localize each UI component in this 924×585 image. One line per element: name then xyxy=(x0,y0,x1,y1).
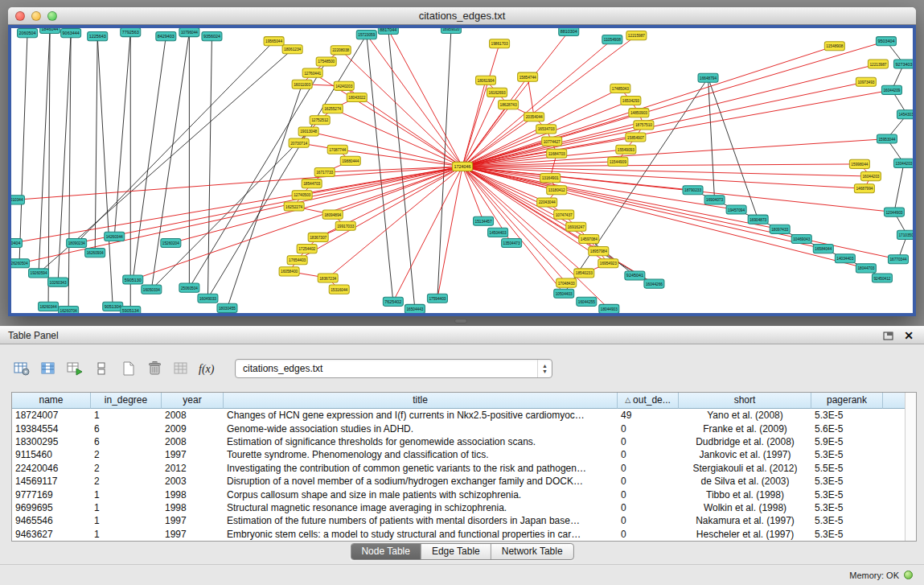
row-height-icon[interactable] xyxy=(91,359,112,378)
table-row[interactable]: 946554611997Estimation of the future num… xyxy=(12,514,905,527)
table-cell[interactable]: Genome-wide association studies in ADHD. xyxy=(224,422,618,435)
graph-node[interactable]: 16252274 xyxy=(284,202,304,211)
graph-node[interactable]: 10469043 xyxy=(791,234,811,243)
table-cell[interactable]: 1 xyxy=(91,501,162,514)
table-cell[interactable]: Estimation of the future numbers of pati… xyxy=(224,514,618,527)
table-cell[interactable]: Stergiakouli et al. (2012) xyxy=(679,462,811,475)
table-cell[interactable]: Wolkin et al. (1998) xyxy=(679,501,811,514)
column-header-out_de[interactable]: △out_de... xyxy=(618,393,679,409)
table-cell[interactable]: 2012 xyxy=(162,462,224,475)
table-cell[interactable]: Yano et al. (2008) xyxy=(679,409,811,422)
graph-node[interactable]: 9245041 xyxy=(625,271,645,280)
graph-node[interactable]: 9063444 xyxy=(61,29,81,38)
column-header-title[interactable]: title xyxy=(224,393,618,409)
graph-node[interactable]: 13504473 xyxy=(502,238,522,247)
graph-node[interactable]: 18044903 xyxy=(599,304,619,313)
graph-node[interactable]: 18757510 xyxy=(634,121,654,130)
table-cell[interactable]: 9115460 xyxy=(12,448,91,461)
window-titlebar[interactable]: citations_edges.txt xyxy=(8,7,916,25)
table-cell[interactable]: 1997 xyxy=(162,528,224,541)
graph-node[interactable]: 17654403 xyxy=(287,256,307,265)
graph-node[interactable]: 16255274 xyxy=(322,105,343,113)
table-cell[interactable]: 1 xyxy=(91,528,162,541)
table-cell[interactable]: 9699695 xyxy=(12,501,91,514)
table-cell[interactable]: Tibbo et al. (1998) xyxy=(679,488,811,501)
table-cell[interactable]: Hescheler et al. (1997) xyxy=(679,528,811,541)
table-settings-icon[interactable] xyxy=(11,359,32,378)
table-cell[interactable]: 5.3E-5 xyxy=(811,528,883,541)
table-cell[interactable]: 1 xyxy=(91,488,162,501)
graph-node[interactable]: 13180412 xyxy=(547,186,567,195)
graph-node[interactable]: 11054908 xyxy=(602,35,622,44)
show-columns-icon[interactable] xyxy=(38,359,59,378)
graph-node[interactable]: 15549093 xyxy=(616,145,636,154)
graph-node[interactable]: 18061234 xyxy=(282,45,302,54)
graph-node[interactable]: 13164901 xyxy=(540,174,561,183)
graph-node[interactable]: 16916247 xyxy=(566,222,586,231)
graph-node[interactable]: 19260594 xyxy=(29,269,49,278)
graph-node[interactable]: 18094894 xyxy=(322,210,343,219)
graph-node[interactable]: 16504443 xyxy=(405,304,425,313)
graph-node[interactable]: 19880444 xyxy=(340,156,360,165)
graph-node[interactable]: 16534293 xyxy=(621,96,641,105)
graph-node[interactable]: 16044266 xyxy=(644,279,664,288)
graph-node[interactable]: 18090234 xyxy=(67,238,87,247)
table-cell[interactable]: 5.3E-5 xyxy=(811,488,883,501)
table-cell[interactable]: 18300295 xyxy=(12,435,91,448)
import-table-icon[interactable] xyxy=(64,359,85,378)
graph-node[interactable]: 15723059 xyxy=(356,31,376,39)
graph-node[interactable]: 5905130 xyxy=(123,275,143,284)
table-cell[interactable]: 18724007 xyxy=(12,409,91,422)
table-cell[interactable]: Disruption of a novel member of a sodium… xyxy=(224,475,618,488)
graph-node[interactable]: 12215987 xyxy=(626,31,647,40)
graph-node[interactable]: 16534703 xyxy=(536,125,556,134)
float-panel-icon[interactable] xyxy=(881,329,895,342)
graph-node[interactable]: 12044903 xyxy=(884,208,904,216)
graph-node[interactable]: 18628743 xyxy=(499,101,519,109)
graph-node[interactable]: 11684703 xyxy=(547,149,567,158)
memory-status-icon[interactable] xyxy=(904,571,913,579)
column-header-year[interactable]: year xyxy=(162,393,224,409)
table-cell[interactable]: Structural magnetic resonance image aver… xyxy=(224,501,618,514)
table-cell[interactable]: 9465546 xyxy=(12,514,91,527)
table-cell[interactable]: 0 xyxy=(618,422,679,435)
tab-network-table[interactable]: Network Table xyxy=(491,544,573,559)
table-cell[interactable]: 2 xyxy=(91,475,162,488)
graph-node[interactable]: 10796044 xyxy=(179,28,199,37)
graph-node[interactable]: 15134457 xyxy=(474,216,494,225)
graph-node[interactable]: 18367307 xyxy=(308,233,328,241)
graph-node[interactable]: 16584044 xyxy=(813,245,833,253)
graph-node[interactable]: 14504403 xyxy=(488,228,508,237)
graph-node[interactable]: 14260344 xyxy=(105,232,125,241)
graph-node[interactable]: 16044203 xyxy=(860,172,881,181)
graph-node[interactable]: 9503404 xyxy=(876,37,896,46)
graph-node[interactable]: 19861703 xyxy=(490,39,510,48)
column-header-in_degree[interactable]: in_degree xyxy=(91,393,162,409)
table-cell[interactable]: Corpus callosum shape and size in male p… xyxy=(224,488,618,501)
graph-node[interactable]: 7792563 xyxy=(121,28,141,37)
graph-node[interactable]: 14597084 xyxy=(579,234,599,243)
graph-node[interactable]: 14240203 xyxy=(334,81,354,90)
table-cell[interactable]: 2008 xyxy=(162,409,224,422)
graph-node[interactable]: 9051304 xyxy=(103,302,123,311)
graph-node[interactable]: 14034403 xyxy=(835,254,855,263)
graph-node[interactable]: 18790233 xyxy=(683,186,703,195)
table-cell[interactable]: 2 xyxy=(91,448,162,461)
graph-node[interactable]: 16049033 xyxy=(198,294,218,303)
zoom-window-icon[interactable] xyxy=(47,11,57,21)
table-cell[interactable]: 19384554 xyxy=(12,422,91,435)
tab-edge-table[interactable]: Edge Table xyxy=(421,544,491,559)
graph-node[interactable]: 19457094 xyxy=(726,205,746,214)
table-cell[interactable]: Franke et al. (2009) xyxy=(679,422,811,435)
graph-node[interactable]: 20354044 xyxy=(524,113,544,122)
table-vertical-scrollbar[interactable] xyxy=(905,393,916,541)
table-row[interactable]: 1456911722003Disruption of a novel membe… xyxy=(12,475,905,488)
table-row[interactable]: 1830029562008Estimation of significance … xyxy=(12,435,905,448)
graph-node[interactable]: 10774427 xyxy=(542,137,562,146)
graph-node[interactable]: 17594403 xyxy=(427,294,447,303)
graph-node[interactable]: 11544909 xyxy=(608,157,628,166)
graph-node[interactable]: 1225643 xyxy=(88,32,108,41)
graph-node[interactable]: 22043044 xyxy=(537,198,557,207)
column-header-name[interactable]: name xyxy=(12,393,91,409)
table-cell[interactable]: Changes of HCN gene expression and I(f) … xyxy=(224,409,618,422)
